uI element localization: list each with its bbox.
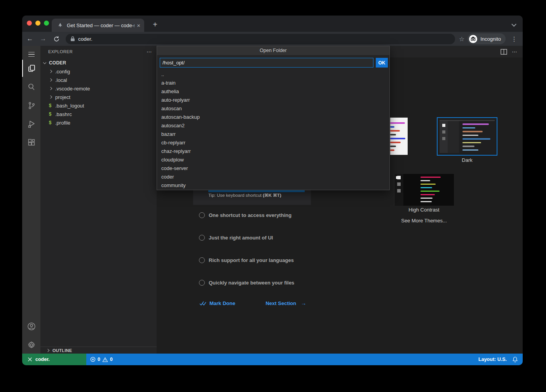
tree-item-profile[interactable]: $ .profile <box>40 118 157 127</box>
folder-list-item[interactable]: chaz-replyarr <box>157 147 389 156</box>
bookmark-star-icon[interactable]: ☆ <box>459 35 464 43</box>
folder-list-item[interactable]: coder <box>157 173 389 181</box>
checklist-item-ui[interactable]: Just the right amount of UI <box>199 235 273 241</box>
source-control-tab-button[interactable] <box>22 97 40 114</box>
close-window-button[interactable] <box>27 21 32 26</box>
browser-menu-button[interactable]: ⋮ <box>511 35 517 43</box>
chevron-down-icon <box>43 61 46 64</box>
tree-root-coder[interactable]: CODER <box>40 59 157 67</box>
folder-list-item[interactable]: code-server <box>157 164 389 173</box>
checklist-item-navigate[interactable]: Quickly navigate between your files <box>199 280 294 286</box>
split-editor-button[interactable] <box>501 49 507 55</box>
tab-search-chevron-icon[interactable] <box>511 22 516 27</box>
browser-tab[interactable]: Get Started — coder — code-s × <box>52 19 144 32</box>
checklist-item-shortcut[interactable]: One shortcut to access everything <box>199 212 291 218</box>
tab-title: Get Started — coder — code-s <box>67 23 134 28</box>
folder-list-item[interactable]: authelia <box>157 87 389 96</box>
shell-file-icon: $ <box>48 111 52 117</box>
radio-circle-icon <box>199 257 205 263</box>
keyboard-layout-indicator[interactable]: Layout: U.S. <box>478 357 507 362</box>
sidebar-header: EXPLORER ⋯ <box>40 46 157 57</box>
shell-file-icon: $ <box>48 103 52 108</box>
gear-icon <box>27 340 36 350</box>
outline-label: OUTLINE <box>52 348 72 353</box>
accounts-button[interactable] <box>22 318 40 335</box>
extensions-icon <box>27 139 36 147</box>
see-more-themes-link[interactable]: See More Themes... <box>390 218 458 224</box>
warnings-count: 0 <box>110 357 113 362</box>
account-icon <box>27 322 36 331</box>
maximize-window-button[interactable] <box>44 21 49 26</box>
tip-prefix: Tip: Use keyboard shortcut <box>208 193 263 198</box>
new-tab-button[interactable]: + <box>150 19 160 30</box>
radio-circle-icon <box>199 212 205 218</box>
minimize-window-button[interactable] <box>35 21 40 26</box>
status-bar: coder. 0 0 Layout: U.S. <box>22 354 523 365</box>
folder-list-item[interactable]: autoscan <box>157 104 389 113</box>
problems-indicator[interactable]: 0 0 <box>90 357 113 362</box>
reload-icon <box>53 36 60 42</box>
folder-list-item[interactable]: cloudplow <box>157 156 389 164</box>
tree-item-project[interactable]: project <box>40 93 157 101</box>
status-bar-main: 0 0 Layout: U.S. <box>86 354 523 365</box>
ok-button[interactable]: OK <box>376 58 388 68</box>
remote-indicator[interactable]: coder. <box>22 354 86 365</box>
reload-button[interactable] <box>51 36 62 42</box>
checklist-label: One shortcut to access everything <box>209 212 291 218</box>
editor-more-actions-button[interactable]: ⋯ <box>512 49 517 55</box>
search-icon <box>27 83 36 91</box>
checklist-item-languages[interactable]: Rich support for all your languages <box>199 257 294 263</box>
code-server-favicon-icon <box>57 22 63 28</box>
tree-item-label: .config <box>55 69 70 75</box>
keyboard-tip: Tip: Use keyboard shortcut (⌘K ⌘T) <box>208 193 281 198</box>
window-controls <box>27 21 49 26</box>
shell-file-icon: $ <box>48 120 52 125</box>
forward-button[interactable]: → <box>38 35 49 43</box>
git-branch-icon <box>27 101 36 110</box>
settings-button[interactable] <box>22 336 40 354</box>
tree-item-vscode-remote[interactable]: .vscode-remote <box>40 84 157 93</box>
chevron-right-icon <box>49 87 52 90</box>
chevron-right-icon <box>49 70 52 73</box>
folder-list-item[interactable]: a-train <box>157 79 389 87</box>
explorer-tab-button[interactable] <box>22 60 40 77</box>
folder-list: .. a-train authelia auto-replyarr autosc… <box>157 70 389 190</box>
status-bar-right: Layout: U.S. <box>478 356 523 363</box>
search-tab-button[interactable] <box>22 78 40 95</box>
dark-theme-thumbnail-selected[interactable] <box>437 117 497 156</box>
extensions-tab-button[interactable] <box>22 134 40 151</box>
lock-icon <box>70 36 75 42</box>
tree-item-bash-logout[interactable]: $ .bash_logout <box>40 101 157 110</box>
tree-item-local[interactable]: .local <box>40 76 157 84</box>
folder-list-item[interactable]: .. <box>157 70 389 79</box>
high-contrast-theme-thumbnail[interactable] <box>394 174 454 206</box>
folder-list-item[interactable]: community <box>157 181 389 190</box>
radio-circle-icon <box>199 235 205 241</box>
tip-keys: (⌘K ⌘T) <box>263 193 281 198</box>
open-folder-dialog: Open Folder OK .. a-train authelia auto-… <box>157 46 390 190</box>
address-bar[interactable]: coder. <box>66 34 455 44</box>
file-tree: CODER .config .local .vscode-remote proj… <box>40 59 157 127</box>
radio-circle-icon <box>199 280 205 286</box>
light-theme-thumbnail[interactable] <box>390 118 408 155</box>
outline-section-header[interactable]: OUTLINE <box>40 347 157 354</box>
url-text: coder. <box>78 36 92 42</box>
checklist-label: Rich support for all your languages <box>209 257 294 263</box>
folder-list-item[interactable]: auto-replyarr <box>157 96 389 104</box>
sidebar-more-actions-button[interactable]: ⋯ <box>147 49 152 55</box>
tab-close-icon[interactable]: × <box>137 22 140 29</box>
tree-item-config[interactable]: .config <box>40 67 157 76</box>
folder-list-item[interactable]: autoscan-backup <box>157 113 389 121</box>
back-button[interactable]: ← <box>24 35 35 43</box>
folder-path-input[interactable] <box>160 58 373 68</box>
folder-list-item[interactable]: bazarr <box>157 130 389 139</box>
tree-item-bashrc[interactable]: $ .bashrc <box>40 110 157 118</box>
folder-list-item[interactable]: cb-replyarr <box>157 139 389 147</box>
incognito-icon <box>469 35 477 43</box>
mark-done-link[interactable]: Mark Done <box>209 300 235 306</box>
next-section-link[interactable]: Next Section <box>265 300 296 306</box>
folder-list-item[interactable]: autoscan2 <box>157 121 389 130</box>
run-debug-tab-button[interactable] <box>22 116 40 133</box>
tab-strip: Get Started — coder — code-s × + <box>22 16 523 32</box>
notifications-bell-icon[interactable] <box>512 356 518 363</box>
